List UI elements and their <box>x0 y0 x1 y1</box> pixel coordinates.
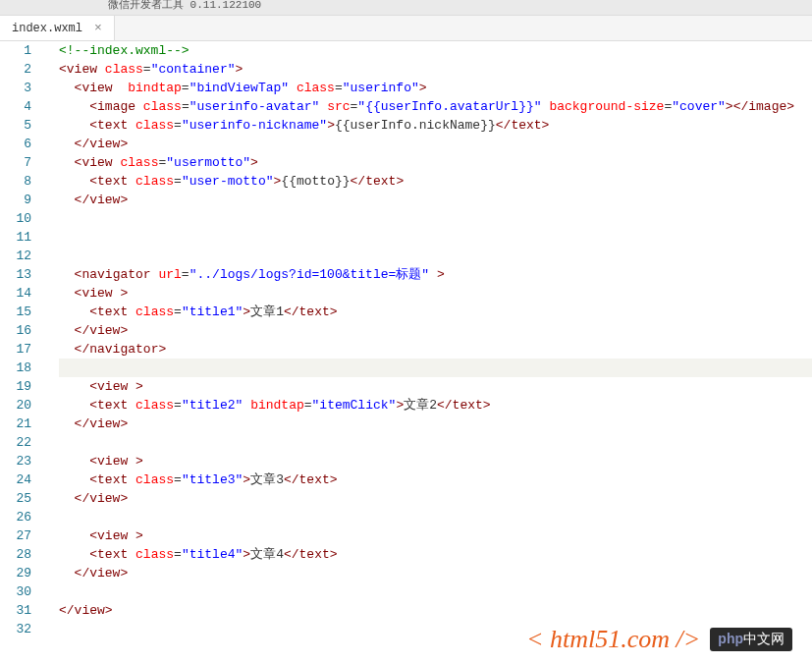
code-line[interactable]: </view> <box>59 564 812 582</box>
app-title: 微信开发者工具 0.11.122100 <box>108 0 261 11</box>
file-tab[interactable]: index.wxml × <box>0 16 115 40</box>
line-number: 18 <box>0 359 31 377</box>
line-number: 8 <box>0 172 31 191</box>
line-number: 7 <box>0 153 31 172</box>
code-line[interactable]: <text class="title1">文章1</text> <box>59 303 812 321</box>
code-line[interactable]: <navigator url="../logs/logs?id=100&titl… <box>59 265 812 284</box>
code-line[interactable] <box>59 228 812 247</box>
code-line[interactable]: <text class="title2" bindtap="itemClick"… <box>59 396 812 415</box>
code-line[interactable] <box>59 359 812 377</box>
line-number: 15 <box>0 303 31 321</box>
code-line[interactable]: <view > <box>59 452 812 470</box>
code-line[interactable]: <view class="usermotto"> <box>59 153 812 172</box>
close-icon[interactable]: × <box>90 21 106 35</box>
code-line[interactable]: </view> <box>59 601 812 620</box>
line-number: 1 <box>0 41 31 60</box>
code-line[interactable] <box>59 582 812 601</box>
code-line[interactable]: </view> <box>59 321 812 340</box>
code-area[interactable]: <!--index.wxml--><view class="container"… <box>45 41 812 664</box>
line-number: 26 <box>0 508 31 526</box>
line-number: 25 <box>0 489 31 508</box>
code-line[interactable] <box>59 508 812 526</box>
code-line[interactable]: </view> <box>59 135 812 153</box>
line-number: 9 <box>0 191 31 209</box>
code-line[interactable]: </view> <box>59 415 812 433</box>
code-line[interactable]: <text class="title3">文章3</text> <box>59 470 812 489</box>
watermark: < html51.com /> php中文网 <box>526 625 792 654</box>
line-number: 22 <box>0 433 31 452</box>
line-number: 21 <box>0 415 31 433</box>
code-line[interactable] <box>59 209 812 228</box>
code-line[interactable]: <view > <box>59 377 812 396</box>
line-number: 29 <box>0 564 31 582</box>
code-line[interactable]: <text class="user-motto">{{motto}}</text… <box>59 172 812 191</box>
tab-bar: index.wxml × <box>0 16 812 41</box>
line-number: 28 <box>0 545 31 564</box>
line-number: 31 <box>0 601 31 620</box>
code-line[interactable]: <!--index.wxml--> <box>59 41 812 60</box>
logo-php: php <box>718 631 743 646</box>
line-number: 23 <box>0 452 31 470</box>
code-line[interactable]: </view> <box>59 191 812 209</box>
code-line[interactable]: <view class="container"> <box>59 60 812 79</box>
line-gutter: 1234567891011121314151617181920212223242… <box>0 41 45 664</box>
line-number: 16 <box>0 321 31 340</box>
code-line[interactable]: </view> <box>59 489 812 508</box>
code-line[interactable] <box>59 247 812 265</box>
code-line[interactable]: </navigator> <box>59 340 812 359</box>
app-header: 微信开发者工具 0.11.122100 <box>0 0 812 16</box>
logo-text: 中文网 <box>743 631 785 646</box>
line-number: 19 <box>0 377 31 396</box>
line-number: 20 <box>0 396 31 415</box>
line-number: 13 <box>0 265 31 284</box>
code-line[interactable]: <image class="userinfo-avatar" src="{{us… <box>59 97 812 116</box>
line-number: 4 <box>0 97 31 116</box>
line-number: 3 <box>0 79 31 97</box>
line-number: 32 <box>0 620 31 638</box>
line-number: 24 <box>0 470 31 489</box>
code-editor[interactable]: 1234567891011121314151617181920212223242… <box>0 41 812 664</box>
code-line[interactable]: <view bindtap="bindViewTap" class="useri… <box>59 79 812 97</box>
watermark-logo: php中文网 <box>710 628 792 651</box>
tab-filename: index.wxml <box>12 22 82 35</box>
line-number: 10 <box>0 209 31 228</box>
line-number: 2 <box>0 60 31 79</box>
code-line[interactable] <box>59 433 812 452</box>
line-number: 27 <box>0 526 31 545</box>
code-line[interactable]: <text class="userinfo-nickname">{{userIn… <box>59 116 812 135</box>
code-line[interactable]: <view > <box>59 526 812 545</box>
line-number: 30 <box>0 582 31 601</box>
line-number: 5 <box>0 116 31 135</box>
code-line[interactable]: <view > <box>59 284 812 303</box>
line-number: 6 <box>0 135 31 153</box>
line-number: 11 <box>0 228 31 247</box>
line-number: 14 <box>0 284 31 303</box>
line-number: 17 <box>0 340 31 359</box>
line-number: 12 <box>0 247 31 265</box>
code-line[interactable]: <text class="title4">文章4</text> <box>59 545 812 564</box>
watermark-text: < html51.com /> <box>526 625 700 654</box>
